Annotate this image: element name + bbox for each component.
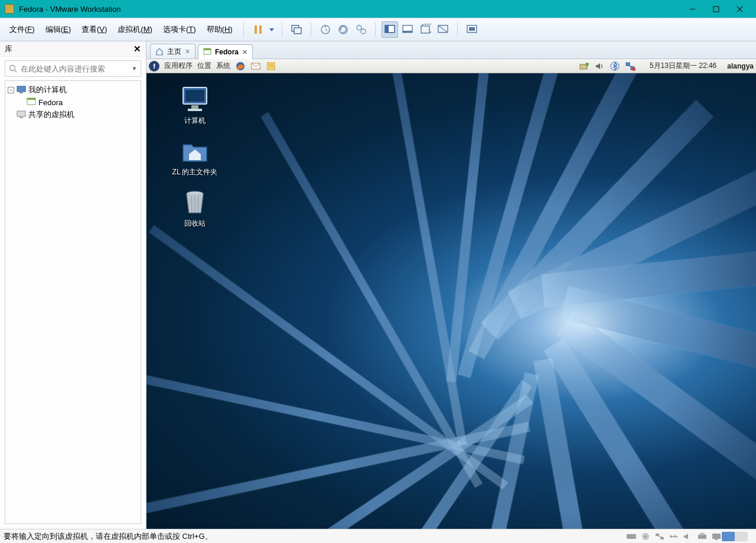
volume-icon[interactable] — [594, 61, 605, 71]
tree-label: 共享的虚拟机 — [28, 109, 74, 120]
icon-label: 回收站 — [184, 219, 206, 229]
snapshot-button[interactable] — [288, 21, 305, 38]
desktop-icon-area: 计算机 ZL 的主文件夹 回收站 — [165, 85, 224, 229]
sidebar-title: 库 — [5, 44, 12, 54]
svg-point-44 — [632, 67, 636, 71]
search-box: ▼ — [5, 60, 141, 77]
tab-fedora[interactable]: Fedora ✕ — [198, 44, 253, 59]
fedora-top-panel: f 应用程序 位置 系统 5月13日星期一 22:46 alangya — [146, 59, 756, 73]
pause-button[interactable] — [250, 21, 266, 38]
network-icon[interactable] — [625, 61, 636, 71]
minimize-button[interactable] — [680, 1, 704, 17]
svg-marker-11 — [340, 28, 342, 31]
svg-point-13 — [361, 29, 366, 34]
vm-icon — [203, 48, 211, 56]
desktop-icon-home[interactable]: ZL 的主文件夹 — [165, 136, 224, 177]
usb-icon[interactable] — [669, 532, 679, 541]
svg-rect-32 — [204, 48, 211, 50]
sidebar: 库 ✕ ▼ − 我的计算机 Fedora 共享的虚拟机 — [0, 41, 146, 529]
desktop-icon-computer[interactable]: 计算机 — [165, 85, 224, 126]
fullscreen-button[interactable] — [435, 21, 451, 38]
menu-edit[interactable]: 编辑(E) — [41, 22, 76, 37]
unity-button[interactable] — [417, 21, 434, 38]
menu-help[interactable]: 帮助(H) — [202, 22, 237, 37]
collapse-icon[interactable]: − — [8, 87, 14, 93]
display-icon[interactable] — [711, 532, 722, 541]
sound-icon[interactable] — [683, 532, 693, 541]
tab-close-icon[interactable]: ✕ — [185, 48, 190, 56]
snapshot-take-button[interactable] — [317, 21, 334, 38]
zoom-slider[interactable] — [722, 532, 748, 541]
fedora-logo-icon[interactable]: f — [149, 61, 159, 71]
bluetooth-icon[interactable] — [610, 61, 620, 71]
tree-shared-vms[interactable]: 共享的虚拟机 — [8, 108, 138, 121]
svg-rect-30 — [19, 117, 23, 118]
svg-line-24 — [15, 70, 17, 73]
guest-view[interactable]: f 应用程序 位置 系统 5月13日星期一 22:46 alangya — [146, 59, 756, 529]
snapshot-manager-button[interactable] — [353, 21, 369, 38]
svg-rect-18 — [421, 26, 429, 33]
menubar: 文件(F) 编辑(E) 查看(V) 虚拟机(M) 选项卡(T) 帮助(H) — [0, 18, 756, 41]
tab-home[interactable]: 主页 ✕ — [150, 44, 195, 58]
menu-applications[interactable]: 应用程序 — [164, 61, 193, 71]
fedora-desktop[interactable]: 计算机 ZL 的主文件夹 回收站 — [146, 73, 756, 529]
toolbar-separator — [457, 22, 458, 37]
svg-rect-35 — [268, 63, 275, 70]
desktop-icon-trash[interactable]: 回收站 — [165, 188, 224, 229]
svg-rect-46 — [185, 90, 204, 102]
svg-rect-62 — [698, 535, 706, 539]
firefox-icon[interactable] — [235, 61, 246, 71]
svg-rect-25 — [17, 86, 25, 92]
tree-vm-fedora[interactable]: Fedora — [8, 96, 138, 108]
menu-places[interactable]: 位置 — [197, 61, 211, 71]
icon-label: ZL 的主文件夹 — [172, 167, 218, 177]
menu-tabs[interactable]: 选项卡(T) — [158, 22, 201, 37]
close-button[interactable] — [728, 1, 751, 17]
panel-clock[interactable]: 5月13日星期一 22:46 — [650, 61, 716, 71]
view-console-button[interactable] — [382, 21, 398, 38]
tree-label: 我的计算机 — [28, 84, 67, 95]
stretch-button[interactable] — [464, 21, 480, 38]
mail-icon[interactable] — [250, 61, 261, 71]
cd-icon[interactable] — [640, 532, 651, 541]
menu-vm[interactable]: 虚拟机(M) — [113, 22, 157, 37]
search-input[interactable] — [21, 64, 128, 73]
hdd-icon[interactable] — [626, 532, 637, 541]
svg-rect-5 — [259, 25, 262, 34]
tab-label: 主页 — [167, 47, 181, 57]
svg-rect-63 — [700, 533, 705, 535]
view-summary-button[interactable] — [399, 21, 416, 38]
icon-label: 计算机 — [184, 116, 206, 126]
menu-system[interactable]: 系统 — [216, 61, 230, 71]
svg-line-43 — [628, 66, 633, 67]
monitor-icon — [181, 85, 209, 113]
svg-rect-57 — [656, 534, 659, 536]
update-icon[interactable] — [579, 61, 589, 71]
svg-rect-29 — [17, 111, 25, 116]
snapshot-revert-button[interactable] — [335, 21, 351, 38]
menu-file[interactable]: 文件(F) — [5, 22, 40, 37]
sidebar-close-button[interactable]: ✕ — [133, 44, 141, 54]
svg-rect-26 — [19, 92, 23, 93]
maximize-button[interactable] — [704, 1, 728, 17]
home-icon — [155, 47, 164, 56]
search-dropdown[interactable]: ▼ — [132, 66, 137, 71]
status-device-icons — [626, 532, 722, 541]
svg-point-54 — [634, 535, 636, 537]
power-dropdown[interactable] — [268, 27, 276, 32]
menu-view[interactable]: 查看(V) — [77, 22, 112, 37]
printer-icon[interactable] — [697, 532, 708, 541]
tab-close-icon[interactable]: ✕ — [242, 48, 247, 56]
panel-user[interactable]: alangya — [727, 62, 754, 70]
svg-rect-1 — [713, 6, 719, 12]
library-tree: − 我的计算机 Fedora 共享的虚拟机 — [5, 80, 141, 524]
network-icon[interactable] — [654, 532, 665, 541]
svg-line-59 — [657, 536, 662, 537]
tree-my-computer[interactable]: − 我的计算机 — [8, 83, 138, 96]
svg-rect-41 — [626, 63, 630, 66]
window-title: Fedora - VMware Workstation — [19, 5, 120, 14]
svg-rect-47 — [191, 105, 198, 109]
toolbar-separator — [311, 22, 311, 37]
notes-icon[interactable] — [266, 61, 276, 71]
svg-point-39 — [585, 63, 589, 66]
